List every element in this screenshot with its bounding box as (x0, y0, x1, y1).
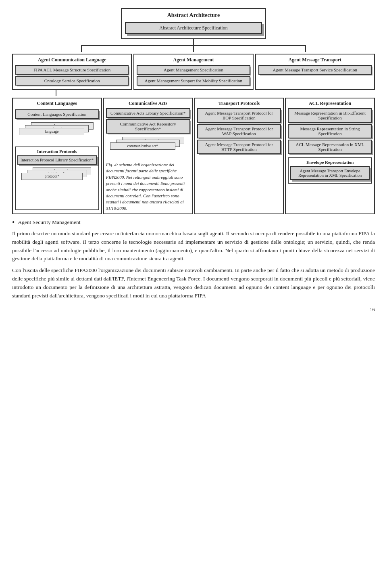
transport-wap-label: Agent Message Transport Protocol for WAP… (197, 124, 281, 138)
vline-col1 (81, 46, 82, 52)
level3-left-vline (56, 90, 56, 96)
msg-rep-bit-label: Message Representation in Bit-Efficient … (288, 108, 372, 123)
comm-acts-lib-label: Comunicative Acts Library Specification* (106, 108, 190, 118)
bullet-item-security: • Agent Security Management (12, 218, 375, 227)
top-architecture-wrapper: Abstract Architecture Abstract Architect… (12, 8, 375, 45)
level3-columns: Content Languages Content Languages Spec… (12, 98, 375, 214)
interaction-proto-spec-box: Interaction Protocol Library Specificati… (17, 155, 97, 165)
communicative-acts-col: Comunicative Acts Comunicative Acts Libr… (103, 98, 193, 214)
content-lang-doc-stack: un documento per ogni content language (19, 122, 95, 143)
interaction-proto-spec-label: Interaction Protocol Library Specificati… (17, 155, 97, 165)
bullet-dot: • (12, 218, 15, 227)
abstract-arch-spec-label: Abstract Architecture Specification (125, 22, 262, 34)
interaction-doc-stack: un documento per ogni interaction protoc… (21, 167, 93, 188)
agent-comm-language-col: Agent Communication Language FIPA ACL Me… (12, 54, 132, 90)
bullet-label: Agent Security Management (18, 218, 80, 227)
agent-mgmt-title: Agent Management (137, 57, 250, 63)
body-text-section: • Agent Security Management Il primo des… (12, 218, 375, 300)
comm-act-repo-label: Communicative Act Repository Specificati… (106, 119, 190, 134)
envelope-rep-title: Envelope Representation (290, 160, 370, 165)
interaction-protocols-box: Interaction Protocols Interaction Protoc… (15, 146, 99, 210)
diagram-section: Abstract Architecture Abstract Architect… (12, 8, 375, 214)
agent-msg-transport-spec-box: Agent Message Transport Service Specific… (258, 65, 372, 75)
transport-protocols-col: Transport Protocols Agent Message Transp… (194, 98, 284, 214)
envelope-representation-box: Envelope Representation Agent Message Tr… (288, 157, 372, 184)
comm-acts-lib-box: Comunicative Acts Library Specification* (106, 108, 190, 118)
acl-representation-title: ACL Representation (288, 100, 372, 107)
content-lang-spec-label: Content Languages Specification (15, 109, 99, 119)
level3-connector (12, 90, 375, 96)
paragraph-1: Il primo descrive un modo standard per c… (12, 230, 375, 264)
agent-mgmt-support-box: Agent Management Support for Mobility Sp… (137, 76, 250, 86)
msg-rep-string-box: Message Representation in String Specifi… (288, 124, 372, 138)
communicative-acts-title: Comunicative Acts (106, 100, 190, 107)
agent-msg-transport-col: Agent Message Transport Agent Message Tr… (255, 54, 375, 90)
agent-msg-transport-title: Agent Message Transport (258, 57, 372, 63)
acl-col-title: Agent Communication Language (15, 57, 129, 63)
content-languages-title: Content Languages (15, 100, 99, 107)
level2-columns: Agent Communication Language FIPA ACL Me… (12, 54, 375, 90)
acl-msg-xml-label: ACL Message Representation in XML Specif… (288, 140, 372, 154)
ontology-service-label: Ontology Service Specification (15, 76, 129, 86)
top-connector-line (193, 39, 194, 45)
msg-rep-string-label: Message Representation in String Specifi… (288, 124, 372, 138)
level2-vlines (81, 46, 306, 52)
fipa-acl-box: FIPA ACL Message Structure Specification (15, 65, 129, 75)
acl-representation-col: ACL Representation Message Representatio… (285, 98, 375, 214)
transport-http-label: Agent Message Transport Protocol for HTT… (197, 140, 281, 154)
vline-col2 (193, 46, 194, 52)
abstract-architecture-title: Abstract Architecture (125, 12, 262, 19)
inter-layer-3: protocol* (21, 173, 83, 180)
interaction-protocols-title: Interaction Protocols (17, 149, 97, 154)
vline-col3 (305, 46, 306, 52)
fipa-acl-label: FIPA ACL Message Structure Specification (15, 65, 129, 75)
level2-connector (12, 45, 375, 52)
transport-wap-box: Agent Message Transport Protocol for WAP… (197, 124, 281, 138)
acl-msg-xml-box: ACL Message Representation in XML Specif… (288, 140, 372, 154)
figure-caption: Fig. 4: schema dell'organizzazione dei d… (106, 162, 190, 211)
page-number: 16 (12, 306, 375, 313)
transport-iiop-label: Agent Message Transport Protocol for IIO… (197, 108, 281, 123)
agent-mgmt-spec-box: Agent Management Specification (137, 65, 250, 75)
agent-management-col: Agent Management Agent Management Specif… (133, 54, 253, 90)
ontology-service-box: Ontology Service Specification (15, 76, 129, 86)
transport-http-box: Agent Message Transport Protocol for HTT… (197, 140, 281, 154)
content-lang-spec-box: Content Languages Specification (15, 109, 99, 119)
agent-mgmt-spec-label: Agent Management Specification (137, 65, 250, 75)
ca-layer-3: communicative act* (110, 142, 175, 150)
doc-layer-3: language (19, 128, 84, 135)
envelope-rep-spec-label: Agent Message Transport Envelope Represe… (290, 166, 370, 180)
paragraph-2: Con l'uscita delle specifiche FIPA2000 l… (12, 266, 375, 300)
agent-mgmt-support-label: Agent Management Support for Mobility Sp… (137, 76, 250, 86)
abstract-arch-spec-box: Abstract Architecture Specification (125, 22, 262, 34)
envelope-rep-spec-box: Agent Message Transport Envelope Represe… (290, 166, 370, 180)
content-languages-col: Content Languages Content Languages Spec… (12, 98, 102, 214)
comm-act-repo-box: Communicative Act Repository Specificati… (106, 119, 190, 134)
transport-iiop-box: Agent Message Transport Protocol for IIO… (197, 108, 281, 123)
msg-rep-bit-box: Message Representation in Bit-Efficient … (288, 108, 372, 123)
agent-msg-transport-spec-label: Agent Message Transport Service Specific… (258, 65, 372, 75)
transport-protocols-title: Transport Protocols (197, 100, 281, 107)
comm-act-doc-stack: un documento per ogni communicative act* (110, 137, 186, 158)
abstract-architecture-box: Abstract Architecture Abstract Architect… (121, 8, 266, 39)
